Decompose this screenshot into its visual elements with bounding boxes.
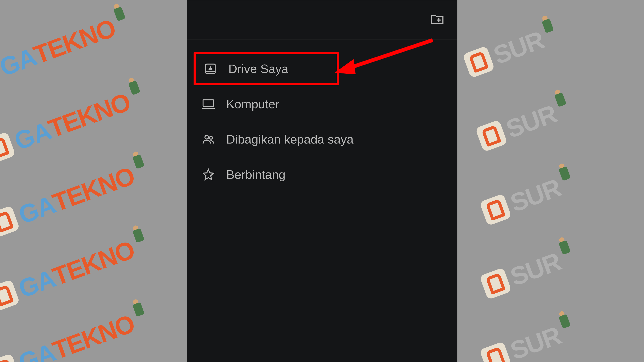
menu-label: Dibagikan kepada saya: [226, 132, 354, 146]
svg-point-7: [205, 135, 209, 139]
menu-label: Komputer: [226, 97, 279, 111]
drive-navigation-panel: Drive Saya Komputer Dibagika: [187, 0, 458, 362]
star-icon: [202, 168, 215, 181]
computer-icon: [202, 98, 215, 110]
menu-label: Drive Saya: [228, 62, 288, 76]
menu-item-shared-with-me[interactable]: Dibagikan kepada saya: [192, 123, 453, 156]
shared-icon: [202, 133, 215, 146]
svg-marker-3: [208, 66, 212, 70]
navigation-menu: Drive Saya Komputer Dibagika: [187, 40, 457, 191]
svg-rect-5: [203, 100, 214, 107]
drive-icon: [204, 62, 217, 75]
menu-label: Berbintang: [226, 168, 286, 182]
svg-point-8: [210, 136, 212, 139]
svg-marker-9: [203, 169, 214, 180]
menu-item-my-drive[interactable]: Drive Saya: [194, 52, 339, 85]
menu-item-starred[interactable]: Berbintang: [192, 158, 453, 191]
new-folder-icon[interactable]: [430, 13, 444, 25]
app-header: [187, 0, 457, 40]
menu-item-computer[interactable]: Komputer: [192, 88, 453, 120]
